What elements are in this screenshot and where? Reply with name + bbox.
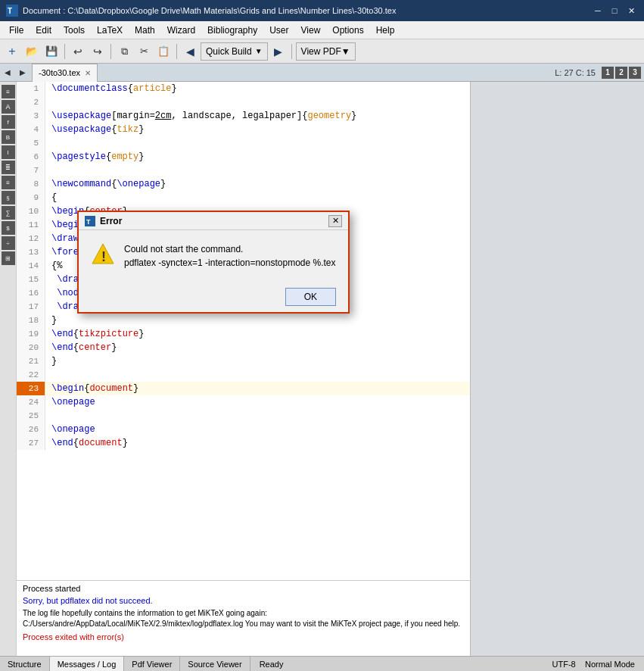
line-number: 19 [17,327,45,341]
left-sidebar: ≡ A f B I ≣ ≡ § ∑ $ ÷ ⊞ [0,82,17,656]
sidebar-icon-12[interactable]: ⊞ [2,251,15,265]
line-number: 18 [17,314,45,327]
line-row: 18} [17,314,470,327]
sidebar-icon-1[interactable]: ≡ [2,85,15,98]
dialog-close-button[interactable]: ✕ [328,215,342,227]
tab-close-button[interactable]: ✕ [85,69,91,77]
line-row: 21} [17,354,470,368]
tab-nav-left[interactable]: ◀ [0,64,15,82]
tab-indicator-2: 2 [615,67,627,79]
sidebar-icon-11[interactable]: ÷ [2,236,15,250]
sidebar-icon-10[interactable]: $ [2,221,15,235]
line-number: 20 [17,341,45,354]
window-controls: ─ □ ✕ [591,5,638,17]
redo-button[interactable]: ↪ [89,42,107,61]
view-pdf-label: View PDF [301,46,341,57]
line-row: 26\onepage [17,423,470,436]
menu-wizard[interactable]: Wizard [161,23,201,37]
nav-left-button[interactable]: ◀ [181,42,199,61]
ok-button[interactable]: OK [285,288,336,306]
status-tab-pdf-viewer[interactable]: Pdf Viewer [124,657,180,672]
menu-options[interactable]: Options [326,23,369,37]
line-row: 23 \begin{document} [17,382,470,395]
line-number: 5 [17,136,45,150]
status-tab-messages[interactable]: Messages / Log [50,657,125,672]
line-content: \usepackage[margin=2cm, landscape, legal… [45,109,356,123]
line-content: {% [45,259,62,273]
tab-file[interactable]: -30to30.tex ✕ [32,64,98,82]
sidebar-icon-2[interactable]: A [2,100,15,114]
app-icon: T [6,5,18,17]
line-content: } [45,314,57,327]
warning-icon: ! [91,242,115,267]
tab-nav-right[interactable]: ▶ [15,64,30,82]
line-number: 2 [17,95,45,109]
menu-view[interactable]: View [295,23,327,37]
line-content: \pagestyle{empty} [45,150,144,164]
line-content: { [45,191,57,204]
line-content: \documentclass{article} [45,82,177,95]
log-line-2: Sorry, but pdflatex did not succeed. [23,596,464,605]
status-tab-source-viewer[interactable]: Source Viewer [180,657,250,672]
line-row: 24\onepage [17,395,470,409]
line-number: 22 [17,368,45,382]
quick-build-arrow: ▼ [255,47,263,55]
line-number: 9 [17,191,45,204]
log-line-1: Process started [23,584,464,593]
sidebar-icon-9[interactable]: ∑ [2,206,15,220]
menu-edit[interactable]: Edit [30,23,58,37]
line-row: 2 [17,95,470,109]
quick-build-button[interactable]: Quick Build ▼ [201,42,268,61]
minimize-button[interactable]: ─ [591,5,605,17]
menu-math[interactable]: Math [129,23,161,37]
menu-bar: File Edit Tools LaTeX Math Wizard Biblio… [0,21,644,39]
menu-bibliography[interactable]: Bibliography [201,23,263,37]
dialog-message: Could not start the command. pdflatex -s… [124,242,336,270]
line-content: \end{center} [45,341,117,354]
editor-area[interactable]: 1\documentclass{article} 2 3\usepackage[… [17,82,470,580]
line-number: 7 [17,164,45,177]
log-panel: Process started Sorry, but pdflatex did … [17,580,470,656]
line-content: \usepackage{tikz} [45,123,144,136]
menu-latex[interactable]: LaTeX [91,23,129,37]
tab-indicator-3: 3 [629,67,641,79]
sidebar-icon-8[interactable]: § [2,191,15,204]
line-number: 21 [17,354,45,368]
line-number: 10 [17,204,45,218]
menu-help[interactable]: Help [370,23,401,37]
cut-button[interactable]: ✂ [135,42,153,61]
line-number: 26 [17,423,45,436]
sidebar-icon-6[interactable]: ≣ [2,161,15,174]
menu-tools[interactable]: Tools [58,23,91,37]
line-number: 12 [17,232,45,245]
line-row: 22 [17,368,470,382]
editor-content: 1\documentclass{article} 2 3\usepackage[… [17,82,470,580]
sidebar-icon-4[interactable]: B [2,130,15,144]
line-row: 1\documentclass{article} [17,82,470,95]
menu-file[interactable]: File [3,23,30,37]
open-button[interactable]: 📂 [23,42,41,61]
toolbar-sep3 [176,44,177,59]
undo-button[interactable]: ↩ [69,42,87,61]
save-button[interactable]: 💾 [42,42,61,61]
status-tab-structure[interactable]: Structure [0,657,50,672]
line-number: 6 [17,150,45,164]
toolbar-sep2 [110,44,111,59]
line-row: 25 [17,409,470,423]
nav-right-button[interactable]: ▶ [269,42,288,61]
sidebar-icon-7[interactable]: ≡ [2,176,15,189]
menu-user[interactable]: User [263,23,294,37]
new-button[interactable]: + [3,42,21,61]
maximize-button[interactable]: □ [608,5,621,17]
copy-button[interactable]: ⧉ [115,42,133,61]
paste-button[interactable]: 📋 [154,42,173,61]
close-button[interactable]: ✕ [624,5,638,17]
sidebar-icon-5[interactable]: I [2,145,15,159]
quick-build-label: Quick Build [206,46,252,57]
line-number: 4 [17,123,45,136]
view-pdf-button[interactable]: View PDF ▼ [296,42,356,61]
error-dialog-icon: T [85,216,95,226]
sidebar-icon-3[interactable]: f [2,115,15,129]
line-number: 13 [17,245,45,259]
line-number: 24 [17,395,45,409]
